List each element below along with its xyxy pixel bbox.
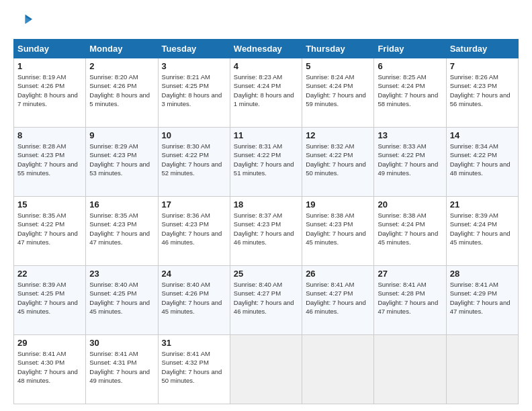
calendar-week-row: 8 Sunrise: 8:28 AM Sunset: 4:23 PM Dayli… bbox=[14, 128, 519, 197]
day-info: Sunrise: 8:41 AM Sunset: 4:28 PM Dayligh… bbox=[378, 281, 438, 315]
day-header-monday: Monday bbox=[86, 40, 158, 58]
day-number: 23 bbox=[89, 269, 154, 279]
day-header-tuesday: Tuesday bbox=[158, 40, 230, 58]
day-number: 15 bbox=[17, 199, 82, 210]
day-info: Sunrise: 8:25 AM Sunset: 4:24 PM Dayligh… bbox=[378, 73, 438, 107]
calendar-day-20: 20 Sunrise: 8:38 AM Sunset: 4:24 PM Dayl… bbox=[374, 197, 446, 266]
calendar-day-23: 23 Sunrise: 8:40 AM Sunset: 4:25 PM Dayl… bbox=[86, 266, 158, 335]
day-info: Sunrise: 8:19 AM Sunset: 4:26 PM Dayligh… bbox=[17, 73, 78, 107]
logo-icon bbox=[13, 12, 32, 31]
calendar-day-12: 12 Sunrise: 8:32 AM Sunset: 4:22 PM Dayl… bbox=[302, 128, 374, 197]
day-info: Sunrise: 8:41 AM Sunset: 4:32 PM Dayligh… bbox=[162, 350, 222, 384]
day-number: 18 bbox=[234, 199, 298, 210]
calendar-week-row: 1 Sunrise: 8:19 AM Sunset: 4:26 PM Dayli… bbox=[14, 58, 519, 128]
day-info: Sunrise: 8:41 AM Sunset: 4:27 PM Dayligh… bbox=[306, 281, 366, 315]
day-number: 27 bbox=[378, 269, 442, 279]
day-info: Sunrise: 8:21 AM Sunset: 4:25 PM Dayligh… bbox=[162, 73, 222, 107]
day-number: 11 bbox=[234, 130, 298, 140]
day-number: 1 bbox=[17, 61, 82, 71]
day-info: Sunrise: 8:30 AM Sunset: 4:22 PM Dayligh… bbox=[162, 142, 222, 177]
calendar-day-19: 19 Sunrise: 8:38 AM Sunset: 4:23 PM Dayl… bbox=[302, 197, 374, 266]
day-number: 2 bbox=[89, 61, 154, 71]
calendar-day-14: 14 Sunrise: 8:34 AM Sunset: 4:22 PM Dayl… bbox=[446, 128, 518, 197]
day-number: 9 bbox=[89, 130, 154, 140]
day-number: 10 bbox=[162, 130, 226, 140]
calendar-day-30: 30 Sunrise: 8:41 AM Sunset: 4:31 PM Dayl… bbox=[86, 335, 158, 404]
calendar-day-21: 21 Sunrise: 8:39 AM Sunset: 4:24 PM Dayl… bbox=[446, 197, 518, 266]
day-number: 7 bbox=[450, 61, 515, 71]
day-number: 30 bbox=[89, 338, 154, 348]
calendar-day-24: 24 Sunrise: 8:40 AM Sunset: 4:26 PM Dayl… bbox=[158, 266, 230, 335]
calendar-day-28: 28 Sunrise: 8:41 AM Sunset: 4:29 PM Dayl… bbox=[446, 266, 518, 335]
day-info: Sunrise: 8:35 AM Sunset: 4:23 PM Dayligh… bbox=[89, 212, 150, 246]
day-number: 16 bbox=[89, 199, 154, 210]
day-info: Sunrise: 8:23 AM Sunset: 4:24 PM Dayligh… bbox=[234, 73, 294, 107]
calendar-day-10: 10 Sunrise: 8:30 AM Sunset: 4:22 PM Dayl… bbox=[158, 128, 230, 197]
day-header-thursday: Thursday bbox=[302, 40, 374, 58]
day-info: Sunrise: 8:33 AM Sunset: 4:22 PM Dayligh… bbox=[378, 142, 438, 177]
calendar-day-7: 7 Sunrise: 8:26 AM Sunset: 4:23 PM Dayli… bbox=[446, 58, 518, 128]
day-number: 12 bbox=[306, 130, 370, 140]
day-number: 17 bbox=[162, 199, 226, 210]
calendar-day-31: 31 Sunrise: 8:41 AM Sunset: 4:32 PM Dayl… bbox=[158, 335, 230, 404]
day-number: 6 bbox=[378, 61, 442, 71]
day-number: 26 bbox=[306, 269, 370, 279]
day-number: 5 bbox=[306, 61, 370, 71]
calendar-week-row: 29 Sunrise: 8:41 AM Sunset: 4:30 PM Dayl… bbox=[14, 335, 519, 404]
day-number: 28 bbox=[450, 269, 515, 279]
calendar-empty-cell bbox=[374, 335, 446, 404]
day-info: Sunrise: 8:28 AM Sunset: 4:23 PM Dayligh… bbox=[17, 142, 78, 177]
calendar-day-16: 16 Sunrise: 8:35 AM Sunset: 4:23 PM Dayl… bbox=[86, 197, 158, 266]
day-number: 22 bbox=[17, 269, 82, 279]
day-info: Sunrise: 8:41 AM Sunset: 4:31 PM Dayligh… bbox=[89, 350, 150, 384]
calendar-day-8: 8 Sunrise: 8:28 AM Sunset: 4:23 PM Dayli… bbox=[14, 128, 86, 197]
day-info: Sunrise: 8:36 AM Sunset: 4:23 PM Dayligh… bbox=[162, 212, 222, 246]
day-info: Sunrise: 8:32 AM Sunset: 4:22 PM Dayligh… bbox=[306, 142, 366, 177]
day-number: 14 bbox=[450, 130, 515, 140]
day-info: Sunrise: 8:39 AM Sunset: 4:25 PM Dayligh… bbox=[17, 281, 78, 315]
day-info: Sunrise: 8:20 AM Sunset: 4:26 PM Dayligh… bbox=[89, 73, 150, 107]
calendar-day-11: 11 Sunrise: 8:31 AM Sunset: 4:22 PM Dayl… bbox=[230, 128, 302, 197]
day-header-wednesday: Wednesday bbox=[230, 40, 302, 58]
calendar-day-25: 25 Sunrise: 8:40 AM Sunset: 4:27 PM Dayl… bbox=[230, 266, 302, 335]
logo bbox=[13, 12, 35, 31]
calendar-day-1: 1 Sunrise: 8:19 AM Sunset: 4:26 PM Dayli… bbox=[14, 58, 86, 128]
day-number: 13 bbox=[378, 130, 442, 140]
page: SundayMondayTuesdayWednesdayThursdayFrid… bbox=[0, 0, 532, 411]
calendar-empty-cell bbox=[446, 335, 518, 404]
day-info: Sunrise: 8:24 AM Sunset: 4:24 PM Dayligh… bbox=[306, 73, 366, 107]
day-info: Sunrise: 8:41 AM Sunset: 4:30 PM Dayligh… bbox=[17, 350, 78, 384]
day-number: 20 bbox=[378, 199, 442, 210]
day-number: 19 bbox=[306, 199, 370, 210]
day-info: Sunrise: 8:38 AM Sunset: 4:23 PM Dayligh… bbox=[306, 212, 366, 246]
calendar-day-4: 4 Sunrise: 8:23 AM Sunset: 4:24 PM Dayli… bbox=[230, 58, 302, 128]
calendar-day-17: 17 Sunrise: 8:36 AM Sunset: 4:23 PM Dayl… bbox=[158, 197, 230, 266]
calendar-day-18: 18 Sunrise: 8:37 AM Sunset: 4:23 PM Dayl… bbox=[230, 197, 302, 266]
calendar-day-6: 6 Sunrise: 8:25 AM Sunset: 4:24 PM Dayli… bbox=[374, 58, 446, 128]
calendar-day-26: 26 Sunrise: 8:41 AM Sunset: 4:27 PM Dayl… bbox=[302, 266, 374, 335]
day-info: Sunrise: 8:37 AM Sunset: 4:23 PM Dayligh… bbox=[234, 212, 294, 246]
day-info: Sunrise: 8:40 AM Sunset: 4:25 PM Dayligh… bbox=[89, 281, 150, 315]
calendar-day-29: 29 Sunrise: 8:41 AM Sunset: 4:30 PM Dayl… bbox=[14, 335, 86, 404]
calendar-day-22: 22 Sunrise: 8:39 AM Sunset: 4:25 PM Dayl… bbox=[14, 266, 86, 335]
day-info: Sunrise: 8:26 AM Sunset: 4:23 PM Dayligh… bbox=[450, 73, 511, 107]
day-number: 8 bbox=[17, 130, 82, 140]
day-info: Sunrise: 8:35 AM Sunset: 4:22 PM Dayligh… bbox=[17, 212, 78, 246]
calendar-day-2: 2 Sunrise: 8:20 AM Sunset: 4:26 PM Dayli… bbox=[86, 58, 158, 128]
day-header-sunday: Sunday bbox=[14, 40, 86, 58]
day-number: 3 bbox=[162, 61, 226, 71]
calendar-day-5: 5 Sunrise: 8:24 AM Sunset: 4:24 PM Dayli… bbox=[302, 58, 374, 128]
day-number: 24 bbox=[162, 269, 226, 279]
day-info: Sunrise: 8:34 AM Sunset: 4:22 PM Dayligh… bbox=[450, 142, 511, 177]
day-header-saturday: Saturday bbox=[446, 40, 518, 58]
calendar-empty-cell bbox=[230, 335, 302, 404]
calendar-empty-cell bbox=[302, 335, 374, 404]
calendar-day-9: 9 Sunrise: 8:29 AM Sunset: 4:23 PM Dayli… bbox=[86, 128, 158, 197]
day-number: 31 bbox=[162, 338, 226, 348]
calendar-day-3: 3 Sunrise: 8:21 AM Sunset: 4:25 PM Dayli… bbox=[158, 58, 230, 128]
day-info: Sunrise: 8:38 AM Sunset: 4:24 PM Dayligh… bbox=[378, 212, 438, 246]
day-number: 4 bbox=[234, 61, 298, 71]
day-info: Sunrise: 8:41 AM Sunset: 4:29 PM Dayligh… bbox=[450, 281, 511, 315]
calendar-week-row: 22 Sunrise: 8:39 AM Sunset: 4:25 PM Dayl… bbox=[14, 266, 519, 335]
day-info: Sunrise: 8:29 AM Sunset: 4:23 PM Dayligh… bbox=[89, 142, 150, 177]
